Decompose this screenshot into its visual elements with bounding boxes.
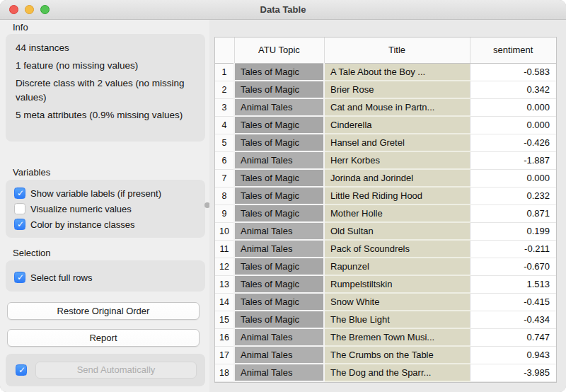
atu-topic-cell[interactable]: Tales of Magic — [234, 293, 324, 311]
title-cell[interactable]: Herr Korbes — [324, 151, 470, 169]
atu-topic-cell[interactable]: Tales of Magic — [234, 169, 324, 187]
sentiment-cell[interactable]: 0.232 — [470, 187, 556, 204]
row-number-cell[interactable]: 15 — [215, 311, 234, 328]
color-by-instance-classes-checkbox[interactable] — [14, 219, 25, 230]
row-number-cell[interactable]: 10 — [215, 222, 234, 240]
title-cell[interactable]: Cat and Mouse in Partn... — [324, 98, 470, 116]
row-number-cell[interactable]: 18 — [215, 364, 234, 381]
row-number-cell[interactable]: 11 — [215, 240, 234, 258]
sentiment-cell[interactable]: -0.211 — [470, 240, 556, 258]
show-variable-labels-row[interactable]: Show variable labels (if present) — [14, 185, 198, 201]
atu-topic-cell[interactable]: Tales of Magic — [234, 311, 324, 328]
title-cell[interactable]: Mother Holle — [324, 204, 470, 222]
title-cell[interactable]: The Dog and the Sparr... — [324, 364, 470, 381]
table-row[interactable]: 3 Animal Tales Cat and Mouse in Partn...… — [215, 98, 556, 116]
table-row[interactable]: 15 Tales of Magic The Blue Light -0.434 — [215, 311, 556, 328]
title-cell[interactable]: Pack of Scoundrels — [324, 240, 470, 258]
sentiment-cell[interactable]: -1.887 — [470, 151, 556, 169]
sentiment-cell[interactable]: 1.513 — [470, 275, 556, 293]
atu-topic-cell[interactable]: Tales of Magic — [234, 258, 324, 275]
atu-topic-cell[interactable]: Animal Tales — [234, 240, 324, 258]
corner-header-cell[interactable] — [215, 38, 234, 63]
sentiment-cell[interactable]: 0.000 — [470, 98, 556, 116]
table-row[interactable]: 16 Animal Tales The Bremen Town Musi... … — [215, 328, 556, 346]
row-number-cell[interactable]: 3 — [215, 98, 234, 116]
sentiment-cell[interactable]: 0.943 — [470, 346, 556, 364]
table-row[interactable]: 17 Animal Tales The Crumbs on the Table … — [215, 346, 556, 364]
sentiment-cell[interactable]: 0.199 — [470, 222, 556, 240]
table-row[interactable]: 5 Tales of Magic Hansel and Gretel -0.42… — [215, 134, 556, 151]
table-row[interactable]: 10 Animal Tales Old Sultan 0.199 — [215, 222, 556, 240]
sentiment-cell[interactable]: -0.670 — [470, 258, 556, 275]
column-header-title[interactable]: Title — [324, 38, 470, 63]
title-cell[interactable]: Old Sultan — [324, 222, 470, 240]
title-cell[interactable]: Brier Rose — [324, 81, 470, 98]
table-row[interactable]: 11 Animal Tales Pack of Scoundrels -0.21… — [215, 240, 556, 258]
row-number-cell[interactable]: 9 — [215, 204, 234, 222]
atu-topic-cell[interactable]: Tales of Magic — [234, 187, 324, 204]
title-cell[interactable]: A Tale About the Boy ... — [324, 63, 470, 81]
row-number-cell[interactable]: 12 — [215, 258, 234, 275]
atu-topic-cell[interactable]: Tales of Magic — [234, 275, 324, 293]
row-number-cell[interactable]: 16 — [215, 328, 234, 346]
row-number-cell[interactable]: 2 — [215, 81, 234, 98]
sentiment-cell[interactable]: -0.583 — [470, 63, 556, 81]
row-number-cell[interactable]: 17 — [215, 346, 234, 364]
visualize-numeric-values-checkbox[interactable] — [14, 203, 25, 214]
sentiment-cell[interactable]: 0.000 — [470, 169, 556, 187]
atu-topic-cell[interactable]: Tales of Magic — [234, 63, 324, 81]
sentiment-cell[interactable]: 0.871 — [470, 204, 556, 222]
row-number-cell[interactable]: 13 — [215, 275, 234, 293]
atu-topic-cell[interactable]: Animal Tales — [234, 98, 324, 116]
row-number-cell[interactable]: 4 — [215, 116, 234, 134]
title-cell[interactable]: Rumpelstiltskin — [324, 275, 470, 293]
table-row[interactable]: 4 Tales of Magic Cinderella 0.000 — [215, 116, 556, 134]
atu-topic-cell[interactable]: Animal Tales — [234, 151, 324, 169]
table-row[interactable]: 8 Tales of Magic Little Red Riding Hood … — [215, 187, 556, 204]
titlebar[interactable]: Data Table — [0, 0, 566, 20]
title-cell[interactable]: Snow White — [324, 293, 470, 311]
sentiment-cell[interactable]: 0.000 — [470, 116, 556, 134]
column-header-atu-topic[interactable]: ATU Topic — [234, 38, 324, 63]
row-number-cell[interactable]: 14 — [215, 293, 234, 311]
atu-topic-cell[interactable]: Tales of Magic — [234, 81, 324, 98]
color-by-instance-classes-row[interactable]: Color by instance classes — [14, 217, 198, 232]
atu-topic-cell[interactable]: Tales of Magic — [234, 116, 324, 134]
row-number-cell[interactable]: 5 — [215, 134, 234, 151]
title-cell[interactable]: The Bremen Town Musi... — [324, 328, 470, 346]
table-row[interactable]: 9 Tales of Magic Mother Holle 0.871 — [215, 204, 556, 222]
visualize-numeric-values-row[interactable]: Visualize numeric values — [14, 201, 198, 217]
table-row[interactable]: 12 Tales of Magic Rapunzel -0.670 — [215, 258, 556, 275]
column-header-sentiment[interactable]: sentiment — [470, 38, 556, 63]
atu-topic-cell[interactable]: Tales of Magic — [234, 134, 324, 151]
atu-topic-cell[interactable]: Animal Tales — [234, 346, 324, 364]
row-number-cell[interactable]: 1 — [215, 63, 234, 81]
table-row[interactable]: 2 Tales of Magic Brier Rose 0.342 — [215, 81, 556, 98]
table-row[interactable]: 6 Animal Tales Herr Korbes -1.887 — [215, 151, 556, 169]
atu-topic-cell[interactable]: Animal Tales — [234, 364, 324, 381]
title-cell[interactable]: Hansel and Gretel — [324, 134, 470, 151]
title-cell[interactable]: The Crumbs on the Table — [324, 346, 470, 364]
title-cell[interactable]: The Blue Light — [324, 311, 470, 328]
title-cell[interactable]: Little Red Riding Hood — [324, 187, 470, 204]
send-automatically-checkbox[interactable] — [16, 364, 27, 376]
show-variable-labels-checkbox[interactable] — [14, 188, 25, 199]
title-cell[interactable]: Jorinda and Jorindel — [324, 169, 470, 187]
atu-topic-cell[interactable]: Tales of Magic — [234, 204, 324, 222]
atu-topic-cell[interactable]: Animal Tales — [234, 222, 324, 240]
table-row[interactable]: 13 Tales of Magic Rumpelstiltskin 1.513 — [215, 275, 556, 293]
row-number-cell[interactable]: 6 — [215, 151, 234, 169]
row-number-cell[interactable]: 8 — [215, 187, 234, 204]
sentiment-cell[interactable]: -3.985 — [470, 364, 556, 381]
table-row[interactable]: 1 Tales of Magic A Tale About the Boy ..… — [215, 63, 556, 81]
sentiment-cell[interactable]: 0.747 — [470, 328, 556, 346]
table-row[interactable]: 7 Tales of Magic Jorinda and Jorindel 0.… — [215, 169, 556, 187]
row-number-cell[interactable]: 7 — [215, 169, 234, 187]
sentiment-cell[interactable]: -0.426 — [470, 134, 556, 151]
restore-original-order-button[interactable]: Restore Original Order — [7, 302, 200, 320]
sentiment-cell[interactable]: -0.434 — [470, 311, 556, 328]
table-row[interactable]: 14 Tales of Magic Snow White -0.415 — [215, 293, 556, 311]
title-cell[interactable]: Cinderella — [324, 116, 470, 134]
sentiment-cell[interactable]: -0.415 — [470, 293, 556, 311]
select-full-rows-checkbox[interactable] — [14, 272, 25, 283]
